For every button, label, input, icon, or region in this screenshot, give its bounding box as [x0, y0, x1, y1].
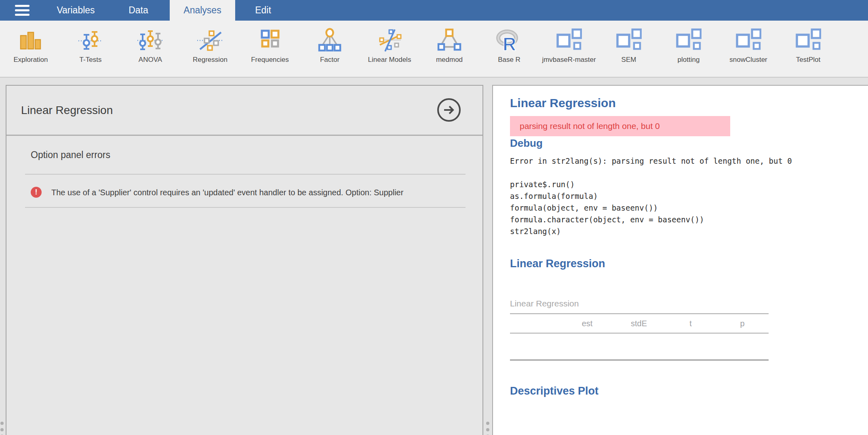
module-icon — [556, 28, 582, 54]
results-table-column-p: p — [716, 319, 768, 328]
hamburger-icon — [15, 5, 29, 7]
debug-heading: Debug — [510, 137, 868, 150]
t-tests-icon — [78, 28, 103, 54]
results-error-text: parsing result not of length one, but 0 — [520, 121, 660, 131]
ribbon-item-exploration[interactable]: Exploration — [1, 21, 61, 77]
debug-line: formula(object, env = baseenv()) — [510, 202, 868, 214]
debug-line: as.formula(formula) — [510, 190, 868, 202]
results-panel: Linear Regression parsing result not of … — [492, 85, 868, 435]
module-icon — [795, 28, 821, 54]
ribbon-item-label: TestPlot — [796, 56, 820, 64]
left-edge-splitter-handle[interactable] — [0, 422, 4, 435]
results-section-heading: Linear Regression — [510, 258, 868, 270]
debug-line: private$.run() — [510, 179, 868, 190]
tab-variables[interactable]: Variables — [44, 0, 107, 21]
tab-data[interactable]: Data — [107, 0, 170, 21]
results-main-heading: Linear Regression — [510, 96, 868, 110]
main-content: Linear Regression Option panel errors ! … — [0, 78, 868, 435]
ribbon-item-label: Linear Models — [368, 56, 411, 64]
debug-line — [510, 167, 868, 179]
debug-line: formula.character(object, env = baseenv(… — [510, 214, 868, 226]
ribbon-item-label: jmvbaseR-master — [542, 56, 596, 64]
options-panel-header: Linear Regression — [6, 86, 482, 136]
ribbon-item-label: SEM — [622, 56, 636, 64]
ribbon-item-linear-models[interactable]: Linear Models — [360, 21, 419, 77]
ribbon-item-frequencies[interactable]: Frequencies — [240, 21, 300, 77]
svg-text:R: R — [503, 34, 516, 54]
linear-models-icon — [377, 28, 402, 54]
ribbon-item-snowcluster[interactable]: snowCluster — [718, 21, 778, 77]
tab-analyses[interactable]: Analyses — [170, 0, 235, 21]
ribbon-item-factor[interactable]: Factor — [300, 21, 360, 77]
ribbon-item-label: Frequencies — [251, 56, 289, 64]
ribbon-item-regression[interactable]: Regression — [180, 21, 240, 77]
medmod-icon — [436, 28, 462, 54]
results-table-title: Linear Regression — [510, 299, 769, 308]
regression-icon — [197, 28, 223, 54]
ribbon-item-anova[interactable]: ANOVA — [120, 21, 180, 77]
option-error-message: The use of a 'Supplier' control requires… — [51, 185, 435, 200]
ribbon-item-label: Exploration — [13, 56, 48, 64]
ribbon-item-base-r[interactable]: R Base R — [479, 21, 539, 77]
bar-chart-icon — [18, 28, 44, 54]
module-icon — [735, 28, 761, 54]
analyses-ribbon: Exploration T-Tests — [0, 21, 868, 78]
hamburger-menu-button[interactable] — [0, 0, 44, 21]
results-table-header-row: est stdE t p — [510, 314, 769, 334]
results-table-column-est: est — [561, 319, 613, 328]
option-error-item: ! The use of a 'Supplier' control requir… — [31, 185, 466, 200]
analysis-options-panel: Linear Regression Option panel errors ! … — [6, 85, 483, 435]
options-panel-title: Linear Regression — [21, 104, 113, 117]
drag-dots-icon — [486, 422, 489, 425]
frequencies-icon — [257, 28, 283, 54]
results-table-column-t: t — [665, 319, 716, 328]
option-errors-heading: Option panel errors — [31, 150, 466, 160]
debug-traceback: Error in str2lang(s): parsing result not… — [510, 155, 868, 237]
ribbon-item-label: snowCluster — [729, 56, 767, 64]
results-table-empty-body — [510, 334, 769, 361]
ribbon-item-label: Regression — [193, 56, 228, 64]
panel-splitter-handle[interactable] — [486, 422, 489, 435]
results-error-banner: parsing result not of length one, but 0 — [510, 116, 730, 136]
factor-icon — [317, 28, 343, 54]
tab-edit[interactable]: Edit — [235, 0, 291, 21]
error-icon: ! — [31, 187, 42, 198]
divider — [25, 174, 466, 175]
module-icon — [616, 28, 642, 54]
top-navbar: Variables Data Analyses Edit — [0, 0, 868, 21]
ribbon-item-testplot[interactable]: TestPlot — [778, 21, 838, 77]
ribbon-item-t-tests[interactable]: T-Tests — [61, 21, 120, 77]
results-table-grid: est stdE t p — [510, 313, 769, 361]
base-r-icon: R — [496, 28, 522, 54]
right-arrow-icon — [442, 103, 455, 116]
ribbon-item-label: plotting — [678, 56, 700, 64]
divider — [25, 207, 466, 208]
anova-icon — [137, 28, 163, 54]
ribbon-item-label: medmod — [436, 56, 463, 64]
results-table-column-stde: stdE — [613, 319, 665, 328]
ribbon-item-plotting[interactable]: plotting — [659, 21, 718, 77]
ribbon-item-label: Factor — [320, 56, 339, 64]
module-icon — [676, 28, 702, 54]
drag-dots-icon — [0, 422, 4, 425]
debug-line: Error in str2lang(s): parsing result not… — [510, 155, 868, 167]
ribbon-item-jmvbaser-master[interactable]: jmvbaseR-master — [539, 21, 599, 77]
descriptives-plot-heading: Descriptives Plot — [510, 385, 868, 397]
debug-line: str2lang(x) — [510, 226, 868, 237]
ribbon-item-label: T-Tests — [80, 56, 102, 64]
options-panel-body: Option panel errors ! The use of a 'Supp… — [6, 136, 482, 208]
ribbon-item-sem[interactable]: SEM — [599, 21, 659, 77]
ribbon-item-label: ANOVA — [139, 56, 162, 64]
ribbon-item-label: Base R — [498, 56, 520, 64]
collapse-options-button[interactable] — [437, 98, 461, 122]
results-table: Linear Regression est stdE t p — [510, 299, 769, 361]
ribbon-item-medmod[interactable]: medmod — [419, 21, 479, 77]
